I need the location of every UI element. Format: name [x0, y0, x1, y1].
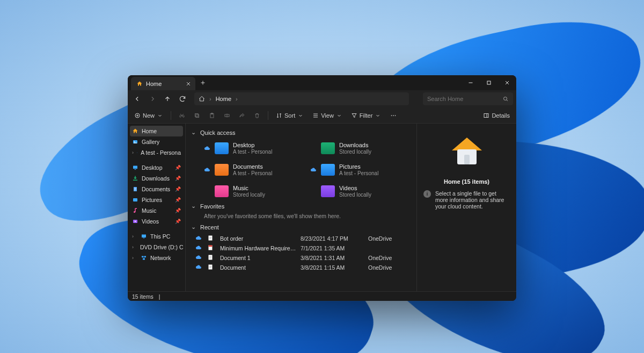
svg-rect-25: [144, 256, 147, 258]
cloud-sync-icon: [310, 167, 317, 173]
sort-icon: [276, 112, 282, 119]
tab-close-button[interactable]: [185, 80, 192, 88]
close-icon: [504, 80, 510, 86]
cut-button[interactable]: [175, 110, 188, 121]
recent-location: OneDrive: [368, 264, 411, 271]
cut-icon: [179, 112, 185, 119]
recent-row[interactable]: Bot order8/23/2021 4:17 PMOneDrive: [195, 234, 411, 243]
forward-button[interactable]: [146, 92, 159, 105]
sort-button[interactable]: Sort: [273, 110, 307, 121]
filter-button[interactable]: Filter: [348, 110, 384, 121]
quick-access-item[interactable]: DownloadsStored locally: [310, 139, 407, 157]
new-button[interactable]: New: [131, 110, 166, 121]
quick-access-item[interactable]: DesktopA test - Personal: [204, 139, 301, 157]
breadcrumb-item[interactable]: Home: [216, 96, 231, 102]
search-input[interactable]: [427, 96, 502, 102]
sidebar-item-videos[interactable]: Videos📌: [128, 216, 185, 227]
close-window-button[interactable]: [498, 75, 516, 90]
filter-label: Filter: [360, 112, 372, 119]
trash-icon: [254, 112, 260, 119]
file-icon: [207, 235, 217, 242]
quick-access-item[interactable]: DocumentsA test - Personal: [204, 161, 301, 179]
more-button[interactable]: [386, 110, 400, 121]
sidebar-item-label: Documents: [142, 186, 170, 192]
chevron-right-icon: ›: [132, 234, 137, 239]
maximize-button[interactable]: [480, 75, 498, 90]
more-icon: [390, 112, 397, 119]
folder-icon: [321, 164, 335, 176]
chevron-right-icon: ›: [236, 96, 238, 102]
toolbar: New Sort View Filter Details: [128, 107, 516, 124]
sidebar-item-desktop[interactable]: Desktop📌: [128, 162, 185, 173]
folder-icon: [215, 142, 229, 154]
up-button[interactable]: [161, 92, 174, 105]
pictures-icon: [132, 197, 138, 203]
paste-button[interactable]: [206, 110, 218, 121]
close-icon: [185, 81, 192, 87]
sidebar-item-downloads[interactable]: Downloads📌: [128, 173, 185, 184]
delete-button[interactable]: [251, 110, 264, 121]
quick-access-item[interactable]: PicturesA test - Personal: [310, 161, 407, 179]
thispc-icon: [141, 233, 147, 240]
svg-rect-24: [142, 256, 144, 258]
back-button[interactable]: [131, 92, 144, 105]
quick-access-sub: A test - Personal: [233, 149, 272, 155]
new-tab-button[interactable]: [195, 75, 210, 90]
recent-row[interactable]: Minimum Hardware Requirements for Win...…: [195, 243, 411, 253]
search-box[interactable]: [423, 92, 513, 105]
breadcrumb[interactable]: › Home ›: [194, 92, 409, 105]
svg-rect-4: [195, 113, 199, 117]
minimize-icon: [467, 80, 474, 86]
pin-icon: 📌: [175, 165, 181, 170]
view-button[interactable]: View: [309, 110, 346, 121]
file-explorer-window: Home › Home ›: [128, 75, 516, 301]
sidebar-item-documents[interactable]: Documents📌: [128, 184, 185, 194]
pin-icon: 📌: [175, 219, 181, 224]
titlebar: Home: [128, 75, 516, 90]
sidebar-item-home[interactable]: Home: [130, 126, 183, 136]
rename-button[interactable]: [221, 110, 233, 121]
sidebar-item-label: A test - Persona: [141, 149, 181, 156]
sidebar-item-onedrive[interactable]: › A test - Persona: [128, 147, 185, 158]
recent-row[interactable]: Document3/8/2021 1:15 AMOneDrive: [195, 263, 411, 272]
quick-access-item[interactable]: VideosStored locally: [310, 182, 407, 200]
quick-access-item[interactable]: MusicStored locally: [204, 182, 301, 200]
svg-rect-33: [464, 155, 470, 164]
recent-date: 3/8/2021 1:31 AM: [301, 255, 365, 261]
cloud-sync-icon: [195, 235, 204, 242]
share-button[interactable]: [236, 110, 248, 121]
quick-access-grid: DesktopA test - PersonalDownloadsStored …: [204, 139, 411, 200]
folder-icon: [321, 185, 335, 197]
status-separator: |: [159, 293, 160, 300]
sidebar-item-thispc[interactable]: ›This PC: [128, 231, 185, 242]
folder-icon: [321, 142, 335, 154]
minimize-button[interactable]: [462, 75, 480, 90]
quick-access-sub: Stored locally: [339, 192, 371, 198]
svg-rect-11: [484, 113, 488, 117]
arrow-right-icon: [149, 95, 156, 103]
recent-date: 3/8/2021 1:15 AM: [301, 264, 365, 271]
chevron-right-icon: ›: [209, 96, 211, 102]
arrow-left-icon: [134, 95, 141, 103]
svg-point-13: [134, 141, 135, 142]
sidebar-item-dvd[interactable]: ›DVD Drive (D:) C: [128, 242, 185, 253]
section-favorites[interactable]: ⌄ Favorites: [191, 203, 411, 210]
section-quick-access[interactable]: ⌄ Quick access: [191, 129, 411, 136]
sidebar-item-music[interactable]: Music📌: [128, 205, 185, 216]
tab-home[interactable]: Home: [131, 77, 195, 90]
svg-rect-17: [133, 198, 137, 201]
svg-rect-0: [487, 81, 491, 84]
details-pane-toggle[interactable]: Details: [480, 110, 513, 121]
sidebar-item-gallery[interactable]: Gallery: [128, 136, 185, 147]
copy-button[interactable]: [191, 110, 203, 121]
recent-row[interactable]: Document 13/8/2021 1:31 AMOneDrive: [195, 253, 411, 263]
quick-access-sub: Stored locally: [233, 192, 265, 198]
cloud-sync-icon: [195, 264, 204, 271]
body: Home Gallery › A test - Persona Desktop📌…: [128, 124, 516, 291]
section-recent[interactable]: ⌄ Recent: [191, 224, 411, 230]
sidebar-item-network[interactable]: ›Network: [128, 253, 185, 263]
toolbar-separator: [268, 111, 268, 120]
sidebar-item-pictures[interactable]: Pictures📌: [128, 194, 185, 205]
refresh-button[interactable]: [176, 92, 189, 105]
quick-access-sub: Stored locally: [339, 149, 371, 155]
